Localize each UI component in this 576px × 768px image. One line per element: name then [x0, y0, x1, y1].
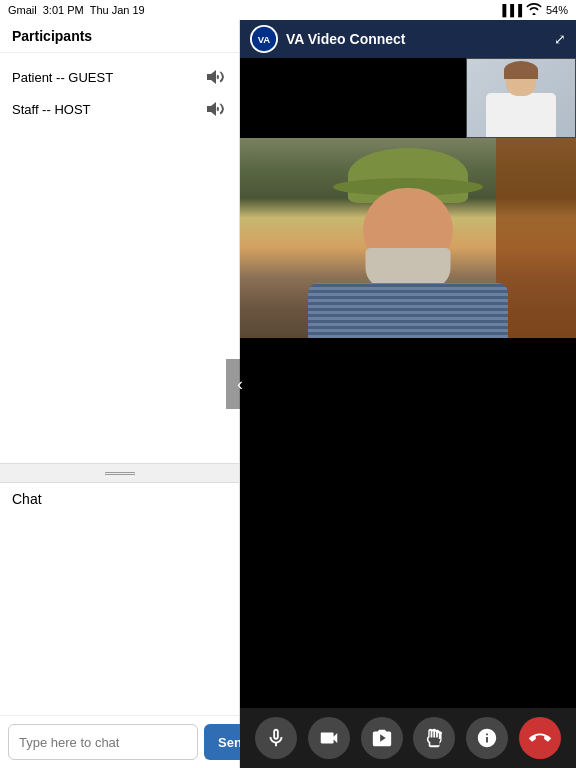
- time-label: 3:01 PM: [43, 4, 84, 16]
- staff-coat: [486, 93, 556, 137]
- va-logo: VA: [250, 25, 278, 53]
- staff-thumbnail: [466, 58, 576, 138]
- end-call-icon: [529, 727, 551, 749]
- resize-handle[interactable]: [0, 463, 239, 483]
- camera-flip-button[interactable]: [361, 717, 403, 759]
- participant-name-host: Staff -- HOST: [12, 102, 207, 117]
- black-top-area: [240, 58, 466, 138]
- chat-messages: [0, 515, 239, 715]
- camera-flip-icon: [371, 727, 393, 749]
- battery-label: 54%: [546, 4, 568, 16]
- svg-text:VA: VA: [258, 34, 271, 45]
- bookshelf-bg: [496, 138, 576, 338]
- staff-hair: [504, 61, 538, 79]
- hand-raise-button[interactable]: [413, 717, 455, 759]
- gmail-label: Gmail: [8, 4, 37, 16]
- participants-list: Patient -- GUEST Staff -- HOST: [0, 53, 239, 463]
- info-icon: [476, 727, 498, 749]
- participants-header: Participants: [0, 20, 239, 53]
- status-bar: Gmail 3:01 PM Thu Jan 19 ▐▐▐ 54%: [0, 0, 576, 20]
- right-panel: VA VA Video Connect ⤢: [240, 20, 576, 768]
- date-label: Thu Jan 19: [90, 4, 145, 16]
- speaker-icon-guest: [207, 69, 227, 85]
- chat-input-area: Send: [0, 715, 239, 768]
- participant-name-guest: Patient -- GUEST: [12, 70, 207, 85]
- camera-icon: [318, 727, 340, 749]
- patient-main-video: [240, 138, 576, 338]
- left-panel: Participants Patient -- GUEST Staff -- H…: [0, 20, 240, 768]
- wifi-icon: [526, 3, 542, 17]
- staff-video: [467, 59, 575, 137]
- chat-section-label: Chat: [0, 483, 239, 515]
- chat-input[interactable]: [8, 724, 198, 760]
- collapse-panel-button[interactable]: ‹: [226, 359, 254, 409]
- fullscreen-button[interactable]: ⤢: [554, 31, 566, 47]
- video-title: VA Video Connect: [286, 31, 546, 47]
- bottom-toolbar: [240, 708, 576, 768]
- black-bottom-area: [240, 338, 576, 688]
- microphone-icon: [265, 727, 287, 749]
- participant-item: Patient -- GUEST: [0, 61, 239, 93]
- hand-raise-icon: [423, 727, 445, 749]
- microphone-button[interactable]: [255, 717, 297, 759]
- end-call-button[interactable]: [519, 717, 561, 759]
- signal-icon: ▐▐▐: [499, 4, 522, 16]
- speaker-icon-host: [207, 101, 227, 117]
- video-header: VA VA Video Connect ⤢: [240, 20, 576, 58]
- participant-item: Staff -- HOST: [0, 93, 239, 125]
- beard-element: [366, 248, 451, 288]
- patient-video-content: [240, 138, 576, 338]
- camera-button[interactable]: [308, 717, 350, 759]
- shirt-element: [308, 283, 508, 338]
- info-button[interactable]: [466, 717, 508, 759]
